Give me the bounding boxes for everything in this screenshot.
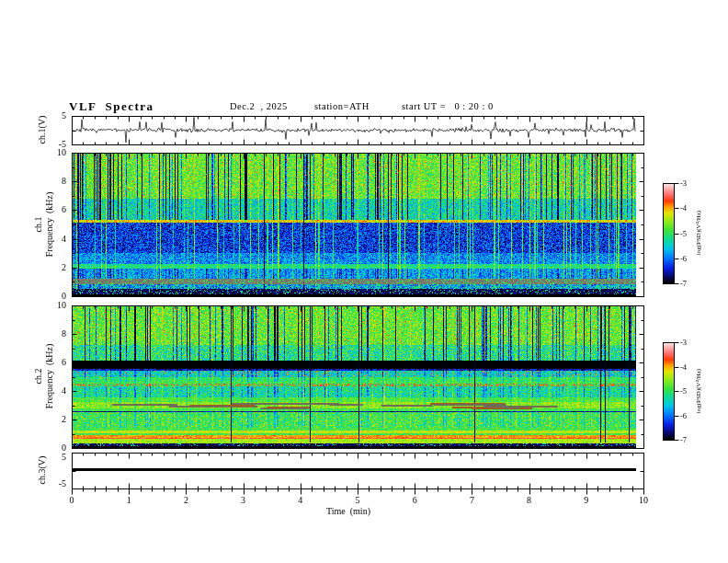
x-tick-label: 3	[236, 496, 251, 505]
x-tick-label: 4	[293, 496, 308, 505]
ch1-freq-tick-label: 4	[35, 235, 66, 244]
x-tick-label: 10	[636, 496, 651, 505]
ch1-colorbar-tick-label: -7	[680, 280, 687, 288]
x-tick-label: 2	[178, 496, 193, 505]
ch2-freq-tick-label: 4	[35, 386, 66, 396]
x-tick-label: 1	[121, 496, 136, 505]
ch2-colorbar-tick-label: -7	[680, 436, 687, 444]
x-tick-label: 8	[522, 496, 537, 505]
ch1-freq-tick-label: 6	[35, 205, 66, 214]
ch1-colorbar-tick-label: -4	[680, 204, 687, 213]
x-tick-label: 0	[64, 496, 79, 505]
ch2-freq-tick-label: 8	[35, 329, 66, 339]
generated-tick-labels: 01234567891010864201086420-3-4-5-6-7-3-4…	[0, 0, 728, 563]
ch2-freq-tick-label: 2	[35, 415, 66, 424]
ch2-colorbar-tick-label: -3	[680, 339, 687, 347]
x-tick-label: 9	[579, 496, 594, 505]
ch2-freq-tick-label: 6	[35, 358, 66, 367]
ch2-colorbar-tick-label: -5	[680, 387, 687, 396]
ch1-colorbar-tick-label: -6	[680, 255, 687, 263]
ch1-freq-tick-label: 8	[35, 177, 66, 186]
ch1-colorbar-tick-label: -3	[680, 179, 687, 188]
ch2-freq-tick-label: 10	[35, 301, 66, 310]
x-tick-label: 6	[407, 496, 422, 505]
vlf-spectra-figure: VLF Spectra Dec.2 , 2025 station=ATH sta…	[0, 0, 728, 563]
ch2-colorbar-tick-label: -4	[680, 363, 687, 372]
ch1-colorbar-tick-label: -5	[680, 230, 687, 238]
x-tick-label: 7	[464, 496, 479, 505]
ch1-freq-tick-label: 10	[35, 148, 66, 157]
x-tick-label: 5	[350, 496, 365, 505]
ch2-colorbar-tick-label: -6	[680, 412, 687, 420]
ch2-freq-tick-label: 0	[35, 443, 66, 453]
ch1-freq-tick-label: 2	[35, 263, 66, 272]
